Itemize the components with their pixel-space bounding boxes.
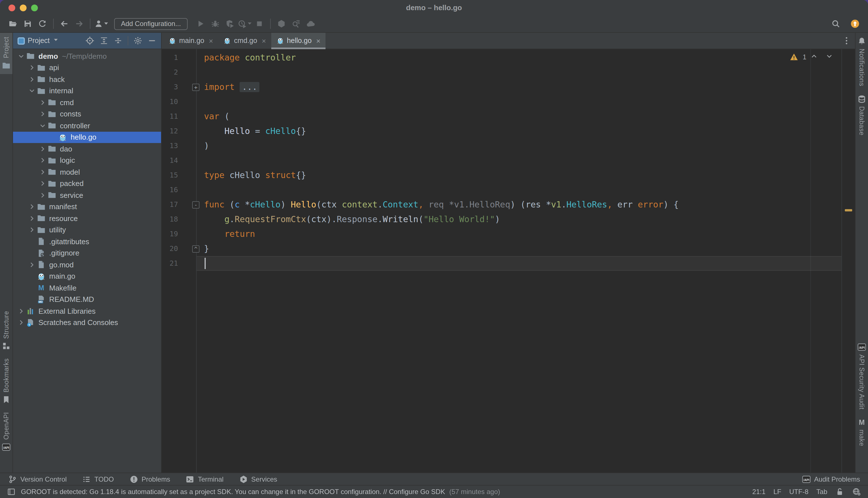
tool-window-button-structure[interactable]: Structure bbox=[0, 307, 12, 354]
open-folder-button[interactable] bbox=[6, 17, 21, 30]
lock-icon[interactable] bbox=[835, 487, 844, 496]
chevron-collapsed-icon[interactable] bbox=[38, 110, 48, 118]
update-button[interactable] bbox=[847, 17, 862, 30]
code-line-11[interactable]: 11var ( bbox=[162, 109, 842, 124]
coverage-button[interactable] bbox=[223, 17, 237, 30]
code-line-2[interactable]: 2 bbox=[162, 65, 842, 80]
chevron-collapsed-icon[interactable] bbox=[38, 157, 48, 164]
code-line-15[interactable]: 15type cHello struct{} bbox=[162, 168, 842, 183]
collapse-all-icon[interactable] bbox=[113, 36, 123, 45]
chevron-expanded-icon[interactable] bbox=[38, 122, 48, 129]
tree-row-external-libraries[interactable]: External Libraries bbox=[13, 305, 161, 317]
chevron-collapsed-icon[interactable] bbox=[27, 215, 37, 222]
chevron-collapsed-icon[interactable] bbox=[16, 319, 26, 326]
code-line-21[interactable]: 21 bbox=[162, 256, 842, 271]
line-number[interactable]: 10 bbox=[162, 94, 196, 109]
tree-row-.gitignore[interactable]: .gitignore bbox=[13, 247, 161, 259]
close-tab-icon[interactable]: × bbox=[316, 37, 320, 45]
code-line-3[interactable]: 3+import ... bbox=[162, 80, 842, 94]
stop-button[interactable] bbox=[252, 17, 267, 30]
tree-row-resource[interactable]: resource bbox=[13, 212, 161, 224]
chevron-collapsed-icon[interactable] bbox=[27, 203, 37, 211]
chevron-expanded-icon[interactable] bbox=[27, 87, 37, 95]
tool-window-button-notifications[interactable]: Notifications bbox=[856, 33, 868, 90]
translate-gear-icon[interactable] bbox=[852, 487, 861, 496]
window-icon[interactable] bbox=[7, 487, 16, 496]
tree-row-.gitattributes[interactable]: .gitattributes bbox=[13, 236, 161, 247]
tool-window-button-audit-problems[interactable]: /APIAudit Problems bbox=[802, 474, 860, 484]
line-number[interactable]: 16 bbox=[162, 183, 196, 197]
code-line-19[interactable]: 19 return bbox=[162, 227, 842, 241]
tool-window-button-api-security-audit[interactable]: /APIAPI Security Audit bbox=[856, 339, 868, 414]
tool-window-button-database[interactable]: Database bbox=[856, 90, 868, 139]
add-configuration-button[interactable]: Add Configuration... bbox=[114, 18, 188, 30]
tool-window-button-version-control[interactable]: Version Control bbox=[8, 474, 67, 484]
chevron-down-icon[interactable] bbox=[54, 38, 59, 43]
tree-row-controller[interactable]: controller bbox=[13, 120, 161, 131]
indent-style[interactable]: Tab bbox=[816, 488, 827, 496]
next-problem-icon[interactable] bbox=[826, 53, 834, 62]
chevron-collapsed-icon[interactable] bbox=[27, 64, 37, 71]
error-stripe[interactable] bbox=[841, 49, 855, 473]
tool-window-button-services[interactable]: Services bbox=[239, 474, 277, 484]
sync-button[interactable] bbox=[35, 17, 50, 30]
profiler-button[interactable] bbox=[237, 17, 252, 30]
line-number[interactable]: 12 bbox=[162, 124, 196, 139]
save-button[interactable] bbox=[21, 17, 35, 30]
tree-row-hello.go[interactable]: hello.go bbox=[13, 131, 161, 143]
code-line-17[interactable]: 17-func (c *cHello) Hello(ctx context.Co… bbox=[162, 197, 842, 212]
editor[interactable]: 1package controller23+import ...1011var … bbox=[162, 49, 855, 473]
tab-main.go[interactable]: main.go× bbox=[163, 33, 218, 49]
chevron-collapsed-icon[interactable] bbox=[38, 99, 48, 106]
minimize-window-button[interactable] bbox=[20, 4, 27, 11]
tree-row-packed[interactable]: packed bbox=[13, 178, 161, 189]
debug-button[interactable] bbox=[208, 17, 223, 30]
line-number[interactable]: 18 bbox=[162, 212, 196, 227]
tool-window-button-todo[interactable]: TODO bbox=[82, 474, 114, 484]
tab-hello.go[interactable]: hello.go× bbox=[271, 33, 325, 49]
tree-row-service[interactable]: service bbox=[13, 189, 161, 201]
fold-marker-icon[interactable]: - bbox=[192, 201, 200, 209]
tree-row-demo[interactable]: demo~/Temp/demo bbox=[13, 50, 161, 62]
tree-row-model[interactable]: model bbox=[13, 166, 161, 178]
line-number[interactable]: 1 bbox=[162, 50, 196, 65]
chevron-collapsed-icon[interactable] bbox=[38, 145, 48, 153]
gear-icon[interactable] bbox=[133, 36, 143, 45]
line-number[interactable]: 3 bbox=[162, 80, 196, 94]
tool-window-button-terminal[interactable]: Terminal bbox=[185, 474, 224, 484]
line-number[interactable]: 13 bbox=[162, 139, 196, 153]
tree-row-utility[interactable]: utility bbox=[13, 224, 161, 236]
code-line-12[interactable]: 12 Hello = cHello{} bbox=[162, 124, 842, 139]
tab-options-icon[interactable] bbox=[842, 33, 855, 49]
cloud-button[interactable] bbox=[304, 17, 318, 30]
chevron-collapsed-icon[interactable] bbox=[27, 76, 37, 83]
run-button[interactable] bbox=[193, 17, 208, 30]
locate-file-icon[interactable] bbox=[85, 36, 94, 45]
chevron-collapsed-icon[interactable] bbox=[27, 261, 37, 268]
tool-window-button-project[interactable]: Project bbox=[0, 33, 12, 74]
chevron-collapsed-icon[interactable] bbox=[16, 307, 26, 315]
search-button[interactable] bbox=[828, 17, 843, 30]
tool-window-button-problems[interactable]: Problems bbox=[129, 474, 170, 484]
folded-region[interactable]: ... bbox=[240, 82, 259, 92]
inspect-button[interactable] bbox=[289, 17, 304, 30]
tree-row-go.mod[interactable]: go.mod bbox=[13, 259, 161, 271]
tab-cmd.go[interactable]: cmd.go× bbox=[218, 33, 271, 49]
hide-panel-icon[interactable] bbox=[147, 36, 157, 45]
chevron-collapsed-icon[interactable] bbox=[38, 180, 48, 187]
tree-row-logic[interactable]: logic bbox=[13, 155, 161, 166]
project-panel-title[interactable]: Project bbox=[28, 37, 50, 45]
tree-row-consts[interactable]: consts bbox=[13, 108, 161, 120]
status-message-text[interactable]: GOROOT is detected: Go 1.18.4 is automat… bbox=[21, 488, 445, 496]
prev-problem-icon[interactable] bbox=[810, 53, 819, 62]
tree-row-makefile[interactable]: MMakefile bbox=[13, 282, 161, 294]
line-separator[interactable]: LF bbox=[773, 488, 781, 496]
line-number[interactable]: 14 bbox=[162, 153, 196, 168]
close-window-button[interactable] bbox=[9, 4, 15, 11]
expand-all-icon[interactable] bbox=[99, 36, 108, 45]
line-number[interactable]: 17 bbox=[162, 197, 196, 212]
tree-row-dao[interactable]: dao bbox=[13, 143, 161, 155]
line-number[interactable]: 19 bbox=[162, 227, 196, 241]
close-tab-icon[interactable]: × bbox=[262, 37, 266, 45]
tool-window-button-make[interactable]: Mmake bbox=[856, 414, 868, 450]
